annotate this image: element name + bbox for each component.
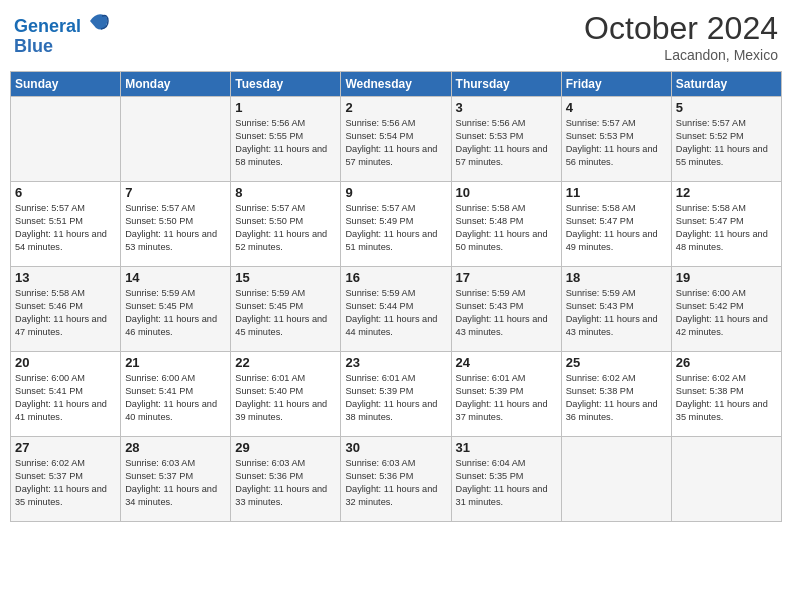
logo-general: General bbox=[14, 16, 81, 36]
page-header: General Blue October 2024 Lacandon, Mexi… bbox=[10, 10, 782, 63]
logo-icon bbox=[88, 10, 110, 32]
day-number: 25 bbox=[566, 355, 667, 370]
calendar-week-row: 13Sunrise: 5:58 AMSunset: 5:46 PMDayligh… bbox=[11, 267, 782, 352]
day-info: Sunrise: 5:57 AMSunset: 5:50 PMDaylight:… bbox=[125, 202, 226, 254]
calendar-day-cell: 12Sunrise: 5:58 AMSunset: 5:47 PMDayligh… bbox=[671, 182, 781, 267]
calendar-day-cell: 8Sunrise: 5:57 AMSunset: 5:50 PMDaylight… bbox=[231, 182, 341, 267]
day-number: 24 bbox=[456, 355, 557, 370]
logo: General Blue bbox=[14, 10, 110, 57]
day-number: 20 bbox=[15, 355, 116, 370]
day-info: Sunrise: 6:01 AMSunset: 5:39 PMDaylight:… bbox=[456, 372, 557, 424]
day-number: 9 bbox=[345, 185, 446, 200]
calendar-table: SundayMondayTuesdayWednesdayThursdayFrid… bbox=[10, 71, 782, 522]
day-number: 7 bbox=[125, 185, 226, 200]
day-info: Sunrise: 6:01 AMSunset: 5:39 PMDaylight:… bbox=[345, 372, 446, 424]
calendar-day-cell: 20Sunrise: 6:00 AMSunset: 5:41 PMDayligh… bbox=[11, 352, 121, 437]
day-info: Sunrise: 5:59 AMSunset: 5:43 PMDaylight:… bbox=[566, 287, 667, 339]
day-number: 22 bbox=[235, 355, 336, 370]
calendar-day-cell: 22Sunrise: 6:01 AMSunset: 5:40 PMDayligh… bbox=[231, 352, 341, 437]
calendar-week-row: 20Sunrise: 6:00 AMSunset: 5:41 PMDayligh… bbox=[11, 352, 782, 437]
day-info: Sunrise: 6:04 AMSunset: 5:35 PMDaylight:… bbox=[456, 457, 557, 509]
day-number: 27 bbox=[15, 440, 116, 455]
day-number: 30 bbox=[345, 440, 446, 455]
calendar-day-cell: 21Sunrise: 6:00 AMSunset: 5:41 PMDayligh… bbox=[121, 352, 231, 437]
day-info: Sunrise: 6:00 AMSunset: 5:41 PMDaylight:… bbox=[125, 372, 226, 424]
day-number: 17 bbox=[456, 270, 557, 285]
calendar-day-cell: 31Sunrise: 6:04 AMSunset: 5:35 PMDayligh… bbox=[451, 437, 561, 522]
day-number: 31 bbox=[456, 440, 557, 455]
day-info: Sunrise: 5:59 AMSunset: 5:45 PMDaylight:… bbox=[235, 287, 336, 339]
day-number: 5 bbox=[676, 100, 777, 115]
location-title: Lacandon, Mexico bbox=[584, 47, 778, 63]
day-info: Sunrise: 5:59 AMSunset: 5:43 PMDaylight:… bbox=[456, 287, 557, 339]
calendar-day-cell: 5Sunrise: 5:57 AMSunset: 5:52 PMDaylight… bbox=[671, 97, 781, 182]
calendar-week-row: 27Sunrise: 6:02 AMSunset: 5:37 PMDayligh… bbox=[11, 437, 782, 522]
day-info: Sunrise: 5:58 AMSunset: 5:47 PMDaylight:… bbox=[566, 202, 667, 254]
weekday-header-cell: Monday bbox=[121, 72, 231, 97]
day-number: 11 bbox=[566, 185, 667, 200]
weekday-header-cell: Wednesday bbox=[341, 72, 451, 97]
calendar-day-cell bbox=[11, 97, 121, 182]
calendar-day-cell: 24Sunrise: 6:01 AMSunset: 5:39 PMDayligh… bbox=[451, 352, 561, 437]
day-info: Sunrise: 5:57 AMSunset: 5:50 PMDaylight:… bbox=[235, 202, 336, 254]
day-number: 12 bbox=[676, 185, 777, 200]
calendar-day-cell: 13Sunrise: 5:58 AMSunset: 5:46 PMDayligh… bbox=[11, 267, 121, 352]
day-number: 16 bbox=[345, 270, 446, 285]
day-info: Sunrise: 5:57 AMSunset: 5:52 PMDaylight:… bbox=[676, 117, 777, 169]
calendar-day-cell: 30Sunrise: 6:03 AMSunset: 5:36 PMDayligh… bbox=[341, 437, 451, 522]
calendar-day-cell: 16Sunrise: 5:59 AMSunset: 5:44 PMDayligh… bbox=[341, 267, 451, 352]
day-info: Sunrise: 5:59 AMSunset: 5:44 PMDaylight:… bbox=[345, 287, 446, 339]
calendar-day-cell: 1Sunrise: 5:56 AMSunset: 5:55 PMDaylight… bbox=[231, 97, 341, 182]
day-info: Sunrise: 5:56 AMSunset: 5:53 PMDaylight:… bbox=[456, 117, 557, 169]
day-info: Sunrise: 5:59 AMSunset: 5:45 PMDaylight:… bbox=[125, 287, 226, 339]
day-info: Sunrise: 5:57 AMSunset: 5:51 PMDaylight:… bbox=[15, 202, 116, 254]
calendar-day-cell: 23Sunrise: 6:01 AMSunset: 5:39 PMDayligh… bbox=[341, 352, 451, 437]
calendar-day-cell: 4Sunrise: 5:57 AMSunset: 5:53 PMDaylight… bbox=[561, 97, 671, 182]
day-number: 29 bbox=[235, 440, 336, 455]
weekday-header-row: SundayMondayTuesdayWednesdayThursdayFrid… bbox=[11, 72, 782, 97]
calendar-day-cell: 29Sunrise: 6:03 AMSunset: 5:36 PMDayligh… bbox=[231, 437, 341, 522]
calendar-day-cell: 10Sunrise: 5:58 AMSunset: 5:48 PMDayligh… bbox=[451, 182, 561, 267]
calendar-day-cell: 15Sunrise: 5:59 AMSunset: 5:45 PMDayligh… bbox=[231, 267, 341, 352]
day-info: Sunrise: 6:02 AMSunset: 5:38 PMDaylight:… bbox=[566, 372, 667, 424]
calendar-day-cell: 3Sunrise: 5:56 AMSunset: 5:53 PMDaylight… bbox=[451, 97, 561, 182]
day-number: 6 bbox=[15, 185, 116, 200]
month-title: October 2024 bbox=[584, 10, 778, 47]
logo-blue: Blue bbox=[14, 36, 53, 56]
calendar-day-cell bbox=[121, 97, 231, 182]
day-info: Sunrise: 6:01 AMSunset: 5:40 PMDaylight:… bbox=[235, 372, 336, 424]
day-number: 18 bbox=[566, 270, 667, 285]
day-number: 1 bbox=[235, 100, 336, 115]
day-number: 26 bbox=[676, 355, 777, 370]
day-number: 13 bbox=[15, 270, 116, 285]
day-number: 10 bbox=[456, 185, 557, 200]
calendar-day-cell: 17Sunrise: 5:59 AMSunset: 5:43 PMDayligh… bbox=[451, 267, 561, 352]
day-info: Sunrise: 6:00 AMSunset: 5:41 PMDaylight:… bbox=[15, 372, 116, 424]
calendar-day-cell: 18Sunrise: 5:59 AMSunset: 5:43 PMDayligh… bbox=[561, 267, 671, 352]
calendar-day-cell: 26Sunrise: 6:02 AMSunset: 5:38 PMDayligh… bbox=[671, 352, 781, 437]
day-info: Sunrise: 6:00 AMSunset: 5:42 PMDaylight:… bbox=[676, 287, 777, 339]
day-info: Sunrise: 5:57 AMSunset: 5:49 PMDaylight:… bbox=[345, 202, 446, 254]
calendar-day-cell: 28Sunrise: 6:03 AMSunset: 5:37 PMDayligh… bbox=[121, 437, 231, 522]
day-info: Sunrise: 5:58 AMSunset: 5:47 PMDaylight:… bbox=[676, 202, 777, 254]
calendar-day-cell: 6Sunrise: 5:57 AMSunset: 5:51 PMDaylight… bbox=[11, 182, 121, 267]
calendar-day-cell: 9Sunrise: 5:57 AMSunset: 5:49 PMDaylight… bbox=[341, 182, 451, 267]
day-info: Sunrise: 5:56 AMSunset: 5:55 PMDaylight:… bbox=[235, 117, 336, 169]
day-number: 23 bbox=[345, 355, 446, 370]
day-info: Sunrise: 5:57 AMSunset: 5:53 PMDaylight:… bbox=[566, 117, 667, 169]
calendar-week-row: 1Sunrise: 5:56 AMSunset: 5:55 PMDaylight… bbox=[11, 97, 782, 182]
day-number: 19 bbox=[676, 270, 777, 285]
weekday-header-cell: Friday bbox=[561, 72, 671, 97]
day-number: 3 bbox=[456, 100, 557, 115]
day-number: 4 bbox=[566, 100, 667, 115]
day-info: Sunrise: 6:03 AMSunset: 5:36 PMDaylight:… bbox=[345, 457, 446, 509]
day-number: 14 bbox=[125, 270, 226, 285]
calendar-day-cell: 19Sunrise: 6:00 AMSunset: 5:42 PMDayligh… bbox=[671, 267, 781, 352]
day-info: Sunrise: 5:58 AMSunset: 5:48 PMDaylight:… bbox=[456, 202, 557, 254]
day-number: 28 bbox=[125, 440, 226, 455]
calendar-body: 1Sunrise: 5:56 AMSunset: 5:55 PMDaylight… bbox=[11, 97, 782, 522]
day-info: Sunrise: 6:02 AMSunset: 5:37 PMDaylight:… bbox=[15, 457, 116, 509]
day-info: Sunrise: 6:03 AMSunset: 5:37 PMDaylight:… bbox=[125, 457, 226, 509]
weekday-header-cell: Tuesday bbox=[231, 72, 341, 97]
calendar-day-cell: 7Sunrise: 5:57 AMSunset: 5:50 PMDaylight… bbox=[121, 182, 231, 267]
